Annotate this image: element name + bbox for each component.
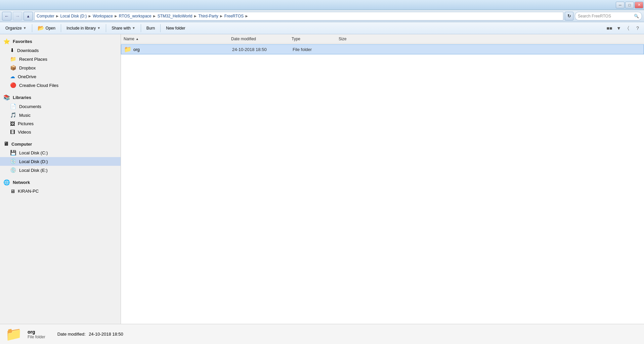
search-bar[interactable]: Search FreeRTOS 🔍 <box>575 12 642 20</box>
view-layout-button[interactable]: ■■ <box>605 24 614 33</box>
favorites-label: Favorites <box>13 39 32 44</box>
view-chevron-button[interactable]: ▼ <box>614 24 623 33</box>
network-label: Network <box>13 180 30 185</box>
file-area: Name ▲ Date modified Type Size 📁 org 24-… <box>121 34 644 324</box>
videos-icon: 🎞 <box>10 129 15 135</box>
breadcrumb-stm32[interactable]: STM32_HelloWorld <box>158 14 192 18</box>
sort-icon: ▲ <box>136 37 139 41</box>
forward-button[interactable]: → <box>13 12 22 20</box>
sidebar-favorites-header[interactable]: ⭐ Favorites <box>0 36 121 46</box>
table-row[interactable]: 📁 org 24-10-2018 18:50 File folder <box>121 44 644 54</box>
include-in-library-button[interactable]: Include in library ▼ <box>63 23 104 33</box>
address-bar: ← → ▲ Computer ► Local Disk (D:) ► Works… <box>0 10 644 22</box>
status-date-label: Date modified: <box>57 332 86 337</box>
view-controls: ■■ ▼ 〈 ? <box>605 24 642 33</box>
sidebar-item-videos-label: Videos <box>18 130 31 135</box>
sidebar-item-onedrive[interactable]: ☁ OneDrive <box>0 72 121 81</box>
breadcrumb-computer[interactable]: Computer <box>37 14 54 18</box>
sidebar-item-documents[interactable]: 📄 Documents <box>0 102 121 111</box>
up-button[interactable]: ▲ <box>24 12 33 20</box>
organize-button[interactable]: Organize ▼ <box>2 23 30 33</box>
maximize-button[interactable]: □ <box>625 2 634 8</box>
sidebar-item-creative-cloud[interactable]: 🔴 Creative Cloud Files <box>0 81 121 90</box>
new-folder-label: New folder <box>166 26 185 31</box>
local-disk-d-icon: 💿 <box>10 158 16 164</box>
title-bar: ─ □ ✕ <box>0 0 644 10</box>
burn-button[interactable]: Burn <box>143 23 158 33</box>
computer-label: Computer <box>11 142 32 147</box>
sidebar-item-onedrive-label: OneDrive <box>18 74 36 79</box>
search-icon[interactable]: 🔍 <box>634 14 639 18</box>
column-name-header[interactable]: Name ▲ <box>124 37 231 41</box>
sidebar-item-recent-places[interactable]: 📁 Recent Places <box>0 55 121 63</box>
file-type: File folder <box>293 47 340 52</box>
breadcrumb-freertos[interactable]: FreeRTOS <box>224 14 244 18</box>
toolbar: Organize ▼ 📂 Open Include in library ▼ S… <box>0 22 644 34</box>
sidebar-item-dropbox[interactable]: 📦 Dropbox <box>0 63 121 72</box>
sidebar-item-local-disk-c-label: Local Disk (C:) <box>19 150 48 155</box>
sidebar-computer-header[interactable]: 🖥 Computer <box>0 139 121 148</box>
new-folder-button[interactable]: New folder <box>163 23 188 33</box>
sidebar-item-pictures[interactable]: 🖼 Pictures <box>0 119 121 128</box>
sidebar-item-creative-cloud-label: Creative Cloud Files <box>19 83 58 88</box>
search-placeholder: Search FreeRTOS <box>578 14 611 18</box>
status-item-type: File folder <box>28 335 45 339</box>
back-button[interactable]: ← <box>2 12 11 20</box>
column-date-label: Date modified <box>231 37 256 41</box>
sidebar-item-local-disk-d[interactable]: 💿 Local Disk (D:) <box>0 157 121 166</box>
sidebar-item-kiran-pc-label: KIRAN-PC <box>18 189 39 194</box>
file-date: 24-10-2018 18:50 <box>232 47 293 52</box>
minimize-button[interactable]: ─ <box>616 2 625 8</box>
column-headers: Name ▲ Date modified Type Size <box>121 34 644 44</box>
sidebar-item-local-disk-c[interactable]: 💾 Local Disk (C:) <box>0 148 121 157</box>
status-folder-icon: 📁 <box>5 326 22 342</box>
file-list: 📁 org 24-10-2018 18:50 File folder <box>121 44 644 324</box>
sidebar-divider-3 <box>0 175 121 177</box>
local-disk-c-icon: 💾 <box>10 150 16 156</box>
kiran-pc-icon: 🖥 <box>10 188 15 194</box>
breadcrumb-thirdparty[interactable]: Third-Party <box>198 14 218 18</box>
share-label: Share with <box>112 26 131 31</box>
sidebar-item-local-disk-e[interactable]: 💿 Local Disk (E:) <box>0 166 121 175</box>
organize-chevron: ▼ <box>23 26 27 30</box>
creative-cloud-icon: 🔴 <box>10 82 16 88</box>
help-button[interactable]: ? <box>633 24 642 33</box>
toolbar-separator-2 <box>61 24 61 32</box>
sidebar-item-videos[interactable]: 🎞 Videos <box>0 128 121 136</box>
sidebar-item-music[interactable]: 🎵 Music <box>0 111 121 119</box>
dropbox-icon: 📦 <box>10 65 16 71</box>
column-size-header[interactable]: Size <box>339 37 372 41</box>
sidebar-item-local-disk-d-label: Local Disk (D:) <box>19 159 48 164</box>
column-type-header[interactable]: Type <box>292 37 339 41</box>
documents-icon: 📄 <box>10 103 16 109</box>
breadcrumb-rtos-workspace[interactable]: RTOS_workspace <box>119 14 152 18</box>
sidebar-item-downloads[interactable]: ⬇ Downloads <box>0 46 121 55</box>
column-name-label: Name <box>124 37 134 41</box>
main-area: ⭐ Favorites ⬇ Downloads 📁 Recent Places … <box>0 34 644 324</box>
status-bar: 📁 org File folder Date modified: 24-10-2… <box>0 324 644 344</box>
share-with-button[interactable]: Share with ▼ <box>108 23 139 33</box>
refresh-button[interactable]: ↻ <box>565 12 573 20</box>
column-date-header[interactable]: Date modified <box>231 37 292 41</box>
breadcrumb[interactable]: Computer ► Local Disk (D:) ► Workspace ►… <box>34 12 563 20</box>
close-button[interactable]: ✕ <box>635 2 643 8</box>
sidebar-network-header[interactable]: 🌐 Network <box>0 177 121 187</box>
preview-pane-button[interactable]: 〈 <box>624 24 633 33</box>
sidebar-libraries-header[interactable]: 📚 Libraries <box>0 92 121 102</box>
sidebar-item-recent-places-label: Recent Places <box>19 57 47 62</box>
open-button[interactable]: 📂 Open <box>34 23 59 33</box>
sidebar-item-downloads-label: Downloads <box>17 48 39 53</box>
organize-label: Organize <box>5 26 22 31</box>
column-type-label: Type <box>292 37 300 41</box>
pictures-icon: 🖼 <box>10 121 15 127</box>
breadcrumb-localdisk-d[interactable]: Local Disk (D:) <box>60 14 87 18</box>
column-size-label: Size <box>339 37 346 41</box>
sidebar-divider-1 <box>0 90 121 92</box>
sidebar-divider-2 <box>0 136 121 139</box>
music-icon: 🎵 <box>10 112 16 118</box>
downloads-icon: ⬇ <box>10 47 14 53</box>
sidebar-item-kiran-pc[interactable]: 🖥 KIRAN-PC <box>0 187 121 195</box>
favorites-star-icon: ⭐ <box>3 38 10 45</box>
toolbar-separator-4 <box>141 24 141 32</box>
breadcrumb-workspace[interactable]: Workspace <box>93 14 113 18</box>
